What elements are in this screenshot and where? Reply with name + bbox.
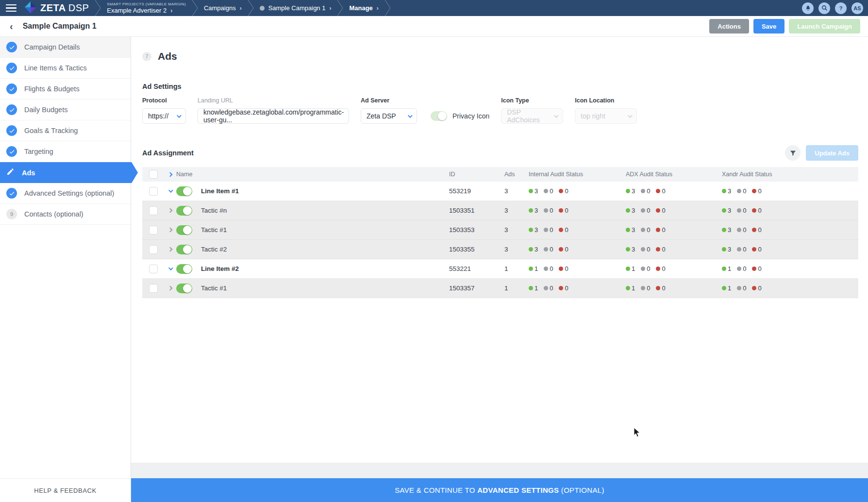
row-enabled-toggle[interactable] [176,264,192,274]
expand-chevron-icon[interactable] [168,228,173,233]
breadcrumb-item[interactable]: Manage › [344,0,383,16]
table-row[interactable]: Line Item #2 553221 1 100 100 100 [142,259,858,279]
rejected-dot [752,208,756,213]
expand-chevron-icon[interactable] [168,188,173,193]
step-number-circle: 9 [6,209,17,219]
sidebar-item-goals-tracking[interactable]: Goals & Tracking [0,120,131,141]
row-checkbox[interactable] [149,284,158,293]
xandr-audit-status: 300 [722,226,858,234]
audit-count-value: 0 [550,284,553,292]
sidebar-item-targeting[interactable]: Targeting [0,141,131,162]
col-id[interactable]: ID [449,171,504,178]
table-row[interactable]: Line Item #1 553219 3 300 300 300 [142,182,858,201]
check-circle-icon [6,42,17,52]
row-checkbox[interactable] [149,187,158,196]
rejected-dot [752,189,756,193]
avatar[interactable]: AS [851,2,863,14]
audit-count-value: 0 [662,265,665,272]
col-ads[interactable]: Ads [504,171,529,178]
audit-count: 0 [656,187,665,195]
col-internal-audit[interactable]: Internal Audit Status [529,171,626,178]
sidebar-item-contacts-optional[interactable]: 9 Contacts (optional) [0,204,131,225]
approved-dot [722,189,726,193]
audit-count: 3 [529,226,538,234]
expand-chevron-icon[interactable] [168,208,173,213]
sidebar-item-advanced-settings-optional[interactable]: Advanced Settings (optional) [0,183,131,204]
audit-count-value: 0 [662,284,665,292]
table-row[interactable]: Tactic #1 1503353 3 300 300 300 [142,220,858,240]
sidebar-item-flights-budgets[interactable]: Flights & Budgets [0,79,131,100]
sidebar-step-label: Line Items & Tactics [24,64,87,72]
audit-count: 0 [752,246,761,253]
collapse-all-chevron-icon[interactable] [168,172,173,177]
row-checkbox[interactable] [149,226,158,234]
approved-dot [722,208,726,213]
table-row[interactable]: Tactic #2 1503355 3 300 300 300 [142,240,858,259]
sidebar-item-ads[interactable]: Ads [0,162,138,183]
privacy-icon-toggle[interactable] [431,111,447,121]
filter-button[interactable] [785,145,801,161]
xandr-audit-status: 300 [722,187,858,195]
select-all-checkbox[interactable] [149,170,158,179]
table-row[interactable]: Tactic #n 1503351 3 300 300 300 [142,201,858,220]
zeta-dsp-logo[interactable]: ZETADSP [24,1,89,16]
ad-assignment-heading: Ad Assignment [142,149,194,157]
approved-dot [529,286,533,290]
protocol-select[interactable]: https:// [142,108,186,124]
help-feedback-button[interactable]: HELP & FEEDBACK [0,478,131,502]
audit-count-value: 0 [758,246,761,253]
row-checkbox[interactable] [149,206,158,215]
sidebar-item-campaign-details[interactable]: Campaign Details [0,37,131,58]
row-checkbox[interactable] [149,265,158,273]
expand-chevron-icon[interactable] [168,286,173,291]
col-adx-audit[interactable]: ADX Audit Status [626,171,722,178]
update-ads-button[interactable]: Update Ads [806,145,858,161]
row-enabled-toggle[interactable] [176,284,192,293]
breadcrumb: SMART PROJECTS (VARIABLE MARGIN) Example… [94,0,391,16]
chevron-right-icon: › [377,5,379,12]
breadcrumb-divider [192,0,198,16]
breadcrumb-item[interactable]: Sample Campaign 1 › [255,0,336,16]
search-icon[interactable] [818,2,830,14]
audit-count: 3 [529,187,538,195]
approved-dot [529,228,533,232]
sidebar-item-line-items-tactics[interactable]: Line Items & Tactics [0,58,131,79]
col-xandr-audit[interactable]: Xandr Audit Status [722,171,858,178]
landing-url-input[interactable]: knowledgebase.zetaglobal.com/programmati… [198,108,349,124]
notifications-bell-icon[interactable] [802,2,814,14]
pending-dot [544,189,548,193]
approved-dot [722,228,726,232]
sidebar-item-daily-budgets[interactable]: Daily Budgets [0,100,131,120]
hamburger-menu-icon[interactable] [6,4,17,12]
audit-count: 0 [544,246,553,253]
save-button[interactable]: Save [753,19,785,33]
col-name[interactable]: Name [176,171,192,178]
audit-count-value: 0 [565,284,568,292]
row-enabled-toggle[interactable] [176,225,192,235]
breadcrumb-item[interactable]: Campaigns › [199,0,247,16]
check-circle-icon [6,146,17,157]
table-body: Line Item #1 553219 3 300 300 300 Tactic… [142,182,858,298]
ad-settings-heading: Ad Settings [142,83,858,90]
expand-chevron-icon[interactable] [168,247,173,252]
internal-audit-status: 300 [529,187,626,195]
row-checkbox[interactable] [149,245,158,254]
row-enabled-toggle[interactable] [176,186,192,196]
breadcrumb-item[interactable]: SMART PROJECTS (VARIABLE MARGIN) Example… [102,0,191,16]
xandr-audit-status: 300 [722,246,858,253]
row-enabled-toggle[interactable] [176,245,192,254]
actions-button[interactable]: Actions [709,19,749,33]
ad-server-select[interactable]: Zeta DSP [361,108,417,124]
table-row[interactable]: Tactic #1 1503357 1 100 100 100 [142,279,858,298]
audit-count: 0 [656,265,665,272]
help-icon[interactable]: ? [835,2,847,14]
launch-campaign-button[interactable]: Launch Campaign [789,19,860,33]
top-navbar: ZETADSP SMART PROJECTS (VARIABLE MARGIN)… [0,0,868,16]
expand-chevron-icon[interactable] [168,266,173,270]
row-name: Tactic #2 [201,246,227,253]
row-enabled-toggle[interactable] [176,206,192,216]
chevron-down-icon [177,113,182,118]
save-continue-bar[interactable]: SAVE & CONTINUE TO ADVANCED SETTINGS (OP… [131,478,868,502]
back-chevron-icon[interactable]: ‹ [7,21,16,31]
audit-count: 0 [544,207,553,214]
